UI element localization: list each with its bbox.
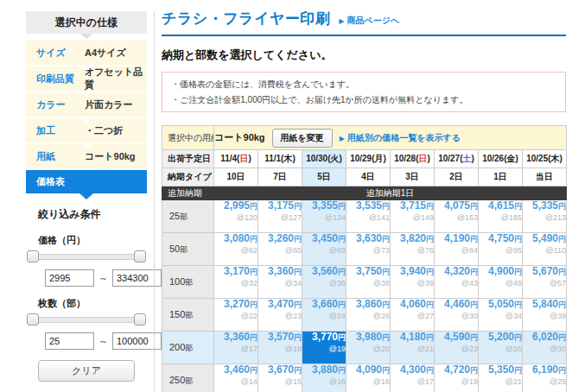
price-cell[interactable]: 6,020円@30 (523, 332, 567, 364)
ship-date-cell[interactable]: 10/27(土) (435, 150, 479, 168)
price-cell[interactable]: 4,590円@23 (435, 332, 479, 364)
price-slider-max-handle[interactable] (134, 250, 146, 262)
price-cell[interactable]: 3,360円@34 (258, 266, 302, 299)
price-cell[interactable]: 3,460円@14 (214, 364, 258, 392)
sidebar-spec-row[interactable]: 加工・二つ折 (26, 118, 147, 142)
sidebar-spec-row[interactable]: カラー片面カラー (26, 92, 147, 117)
spec-value: ・二つ折 (85, 124, 123, 137)
price-cell[interactable]: 5,335円@213 (523, 200, 567, 233)
qty-slider-max-handle[interactable] (134, 313, 146, 326)
price-cell[interactable]: 3,940円@39 (391, 266, 435, 299)
price-cell[interactable]: 5,200円@26 (479, 332, 523, 364)
price-cell[interactable]: 3,670円@15 (258, 364, 302, 392)
price-cell[interactable]: 5,670円@57 (523, 266, 567, 299)
sidebar-spec-row[interactable]: 印刷品質オフセット品質 (26, 66, 147, 91)
paper-row-content: コート90kg用紙を変更▶用紙別の価格一覧を表示する (214, 126, 567, 150)
price-value: 3,670円 (258, 364, 302, 376)
ship-date-cell[interactable]: 10/25(木) (523, 150, 567, 168)
price-cell[interactable]: 3,175円@127 (258, 200, 302, 233)
price-cell[interactable]: 3,360円@17 (214, 332, 258, 364)
spec-label: カラー (26, 98, 85, 111)
delivery-type-cell[interactable]: 7日 (258, 168, 302, 187)
yen-suffix: 円 (382, 268, 390, 276)
price-min-input[interactable] (45, 269, 94, 287)
spec-label: 加工 (26, 124, 85, 137)
price-slider-min-handle[interactable] (27, 250, 39, 262)
sidebar-spec-row[interactable]: サイズA4サイズ (26, 41, 147, 65)
price-cell[interactable]: 4,615円@185 (479, 200, 523, 233)
delivery-type-cell[interactable]: 2日 (435, 168, 479, 187)
change-paper-button[interactable]: 用紙を変更 (272, 129, 333, 148)
delivery-type-cell[interactable]: 4日 (346, 168, 391, 187)
ship-date-cell[interactable]: 10/28(日) (391, 150, 435, 168)
price-cell[interactable]: 3,260円@65 (258, 233, 302, 266)
yen-suffix: 円 (294, 333, 302, 342)
price-cell[interactable]: 4,460円@30 (435, 299, 479, 332)
clear-button[interactable]: クリア (38, 360, 135, 382)
unit-price: @26 (479, 345, 522, 353)
price-value: 4,060円 (391, 299, 434, 311)
price-cell[interactable]: 3,750円@38 (346, 266, 391, 299)
price-cell[interactable]: 3,660円@24 (302, 299, 346, 332)
ship-date-cell[interactable]: 11/4(日) (214, 150, 258, 168)
price-cell[interactable]: 3,570円@18 (258, 332, 302, 364)
price-value: 2,995円 (214, 200, 257, 212)
price-cell[interactable]: 4,300円@17 (391, 364, 435, 392)
price-cell[interactable]: 3,080円@62 (214, 233, 258, 266)
yen-suffix: 円 (426, 366, 434, 375)
price-cell[interactable]: 3,820円@76 (391, 233, 435, 266)
price-cell[interactable]: 5,490円@110 (523, 233, 567, 266)
delivery-type-row: 納期タイプ10日7日5日4日3日2日1日当日 (162, 168, 567, 187)
unit-price: @16 (346, 377, 390, 386)
price-cell[interactable]: 4,320円@43 (435, 266, 479, 299)
yen-suffix: 円 (558, 333, 566, 342)
price-cell[interactable]: 3,630円@73 (346, 233, 391, 266)
price-cell[interactable]: 5,050円@34 (479, 299, 523, 332)
ship-date-cell[interactable]: 11/1(木) (258, 150, 302, 168)
ship-date-cell[interactable]: 10/29(月) (346, 150, 391, 168)
ship-date-cell[interactable]: 10/30(火) (302, 150, 346, 168)
ship-date-cell[interactable]: 10/26(金) (479, 150, 523, 168)
unit-price: @17 (214, 345, 257, 353)
price-cell[interactable]: 5,840円@39 (523, 299, 567, 332)
price-cell[interactable]: 2,995円@120 (214, 200, 258, 233)
paper-price-list-link[interactable]: ▶用紙別の価格一覧を表示する (340, 133, 461, 142)
price-cell[interactable]: 6,190円@25 (523, 364, 567, 392)
price-cell[interactable]: 4,900円@49 (479, 266, 523, 299)
delivery-type-cell[interactable]: 当日 (523, 168, 567, 187)
price-cell[interactable]: 3,270円@22 (214, 299, 258, 332)
price-cell[interactable]: 4,750円@95 (479, 233, 523, 266)
product-page-link[interactable]: ▶商品ページへ (339, 15, 399, 27)
price-cell[interactable]: 3,450円@69 (302, 233, 346, 266)
sidebar-item-price-table[interactable]: 価格表 (26, 170, 147, 193)
price-cell[interactable]: 4,190円@84 (435, 233, 479, 266)
qty-slider-min-handle[interactable] (27, 313, 39, 326)
price-cell[interactable]: 3,715円@149 (391, 200, 435, 233)
price-cell[interactable]: 5,350円@21 (479, 364, 523, 392)
price-cell[interactable]: 4,090円@16 (346, 364, 391, 392)
spec-value: 片面カラー (85, 98, 133, 111)
weekday-label: 木 (551, 154, 560, 163)
price-cell[interactable]: 3,560円@36 (302, 266, 346, 299)
price-cell[interactable]: 3,470円@23 (258, 299, 302, 332)
yen-suffix: 円 (250, 202, 257, 211)
price-cell[interactable]: 3,770円@19 (302, 332, 346, 364)
delivery-type-cell[interactable]: 3日 (391, 168, 435, 187)
price-cell[interactable]: 4,720円@19 (435, 364, 479, 392)
delivery-type-cell[interactable]: 10日 (214, 168, 258, 187)
price-cell[interactable]: 3,980円@20 (346, 332, 391, 364)
price-cell[interactable]: 3,170円@32 (214, 266, 258, 299)
price-cell[interactable]: 4,075円@163 (435, 200, 479, 233)
price-cell[interactable]: 3,860円@26 (346, 299, 391, 332)
price-cell[interactable]: 4,180円@21 (391, 332, 435, 364)
unit-price: @69 (302, 246, 346, 255)
qty-min-input[interactable] (45, 332, 94, 350)
price-cell[interactable]: 3,535円@141 (346, 200, 391, 233)
yen-suffix: 円 (514, 268, 522, 276)
price-cell[interactable]: 4,060円@27 (391, 299, 435, 332)
delivery-type-cell[interactable]: 1日 (479, 168, 523, 187)
delivery-type-cell[interactable]: 5日 (302, 168, 346, 187)
price-cell[interactable]: 3,355円@134 (302, 200, 346, 233)
sidebar-spec-row[interactable]: 用紙コート90kg (26, 144, 147, 168)
price-cell[interactable]: 3,880円@16 (302, 364, 346, 392)
